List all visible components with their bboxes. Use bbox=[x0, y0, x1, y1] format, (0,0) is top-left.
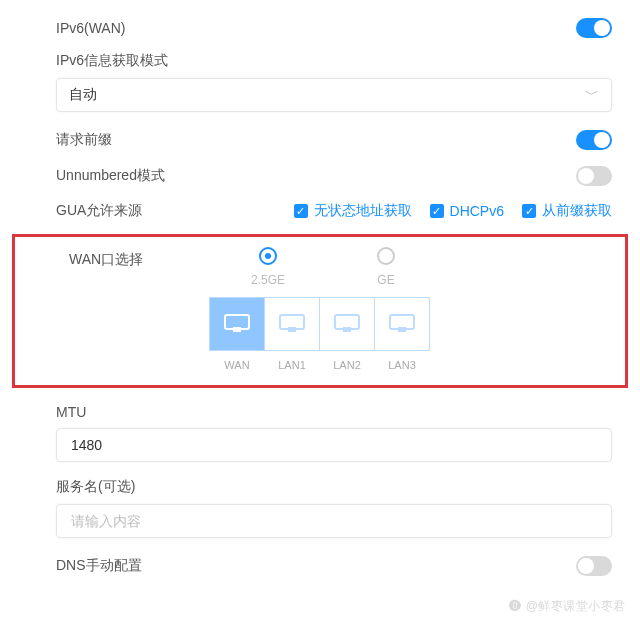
wan-radio-label: 2.5GE bbox=[251, 273, 285, 287]
gua-checkbox-label: 从前缀获取 bbox=[542, 202, 612, 220]
request-prefix-label: 请求前缀 bbox=[56, 131, 196, 149]
ipv6-wan-label: IPv6(WAN) bbox=[56, 20, 196, 36]
check-icon: ✓ bbox=[522, 204, 536, 218]
gua-checkbox-label: DHCPv6 bbox=[450, 203, 504, 219]
ethernet-port-icon bbox=[387, 311, 417, 337]
svg-rect-3 bbox=[288, 327, 296, 332]
weibo-icon: 🅞 bbox=[509, 599, 522, 613]
gua-label: GUA允许来源 bbox=[56, 202, 196, 220]
wan-select-highlight: WAN口选择 2.5GE GE bbox=[12, 234, 628, 388]
ethernet-port-icon bbox=[222, 311, 252, 337]
chevron-down-icon: ﹀ bbox=[585, 86, 599, 104]
port-label: WAN bbox=[209, 359, 265, 371]
dns-manual-label: DNS手动配置 bbox=[56, 557, 196, 575]
port-label: LAN1 bbox=[264, 359, 320, 371]
svg-rect-0 bbox=[225, 315, 249, 329]
ipv6-mode-select[interactable]: 自动 ﹀ bbox=[56, 78, 612, 112]
ethernet-port-icon bbox=[332, 311, 362, 337]
port-label: LAN2 bbox=[319, 359, 375, 371]
mtu-label: MTU bbox=[0, 398, 640, 424]
port-lan3[interactable] bbox=[374, 297, 430, 351]
watermark: 🅞@鲜枣课堂小枣君 bbox=[509, 598, 626, 615]
mtu-input-wrap[interactable] bbox=[56, 428, 612, 462]
svg-rect-6 bbox=[390, 315, 414, 329]
port-diagram bbox=[209, 297, 615, 351]
service-name-input[interactable] bbox=[69, 512, 599, 530]
port-label: LAN3 bbox=[374, 359, 430, 371]
wan-radio-2_5ge[interactable] bbox=[259, 247, 277, 265]
dns-manual-toggle[interactable] bbox=[576, 556, 612, 576]
ethernet-port-icon bbox=[277, 311, 307, 337]
port-wan[interactable] bbox=[209, 297, 265, 351]
service-name-label: 服务名(可选) bbox=[0, 472, 640, 500]
svg-rect-7 bbox=[398, 327, 406, 332]
wan-radio-ge[interactable] bbox=[377, 247, 395, 265]
service-name-input-wrap[interactable] bbox=[56, 504, 612, 538]
svg-rect-1 bbox=[233, 327, 241, 332]
mtu-input[interactable] bbox=[69, 436, 599, 454]
gua-checkbox-dhcpv6[interactable]: ✓ DHCPv6 bbox=[430, 203, 504, 219]
unnumbered-toggle[interactable] bbox=[576, 166, 612, 186]
check-icon: ✓ bbox=[294, 204, 308, 218]
gua-checkbox-from-prefix[interactable]: ✓ 从前缀获取 bbox=[522, 202, 612, 220]
check-icon: ✓ bbox=[430, 204, 444, 218]
svg-rect-2 bbox=[280, 315, 304, 329]
ipv6-wan-toggle[interactable] bbox=[576, 18, 612, 38]
svg-rect-4 bbox=[335, 315, 359, 329]
gua-checkbox-label: 无状态地址获取 bbox=[314, 202, 412, 220]
request-prefix-toggle[interactable] bbox=[576, 130, 612, 150]
svg-rect-5 bbox=[343, 327, 351, 332]
port-lan2[interactable] bbox=[319, 297, 375, 351]
wan-radio-label: GE bbox=[377, 273, 394, 287]
ipv6-mode-label: IPv6信息获取模式 bbox=[0, 46, 640, 74]
port-lan1[interactable] bbox=[264, 297, 320, 351]
gua-checkbox-stateless[interactable]: ✓ 无状态地址获取 bbox=[294, 202, 412, 220]
unnumbered-label: Unnumbered模式 bbox=[56, 167, 196, 185]
wan-select-label: WAN口选择 bbox=[69, 247, 209, 269]
ipv6-mode-value: 自动 bbox=[69, 86, 585, 104]
